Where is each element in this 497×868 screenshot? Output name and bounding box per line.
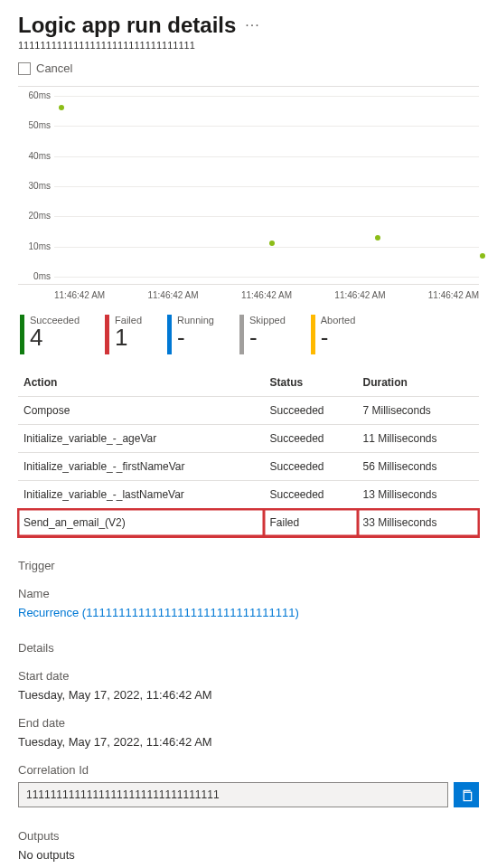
chart-point bbox=[59, 105, 64, 110]
start-date-value: Tuesday, May 17, 2022, 11:46:42 AM bbox=[18, 688, 479, 702]
status-value: - bbox=[321, 324, 356, 352]
correlation-id-input[interactable] bbox=[18, 782, 448, 807]
chart-x-axis: 11:46:42 AM11:46:42 AM11:46:42 AM11:46:4… bbox=[18, 285, 479, 300]
status-bar bbox=[20, 315, 24, 354]
col-action[interactable]: Action bbox=[18, 369, 264, 397]
table-row[interactable]: Send_an_email_(V2)Failed33 Milliseconds bbox=[18, 509, 479, 537]
table-row[interactable]: Initialize_variable_-_ageVarSucceeded11 … bbox=[18, 425, 479, 453]
cancel-label: Cancel bbox=[36, 61, 72, 75]
cell-duration: 33 Milliseconds bbox=[358, 509, 480, 537]
chart-y-tick: 30ms bbox=[18, 181, 51, 191]
status-bar bbox=[167, 315, 172, 354]
trigger-name-link[interactable]: Recurrence (1111111111111111111111111111… bbox=[18, 606, 479, 619]
copy-button[interactable] bbox=[454, 782, 479, 807]
start-date-label: Start date bbox=[18, 669, 479, 683]
table-row[interactable]: ComposeSucceeded7 Milliseconds bbox=[18, 397, 479, 425]
cell-status: Succeeded bbox=[264, 397, 357, 425]
cell-action: Initialize_variable_-_ageVar bbox=[18, 425, 264, 453]
chart-x-tick: 11:46:42 AM bbox=[241, 290, 292, 300]
chart-gridline: 60ms bbox=[54, 96, 479, 97]
status-card-failed[interactable]: Failed1 bbox=[105, 315, 142, 354]
cell-action: Send_an_email_(V2) bbox=[18, 509, 264, 537]
status-bar bbox=[105, 315, 109, 354]
actions-table: Action Status Duration ComposeSucceeded7… bbox=[18, 369, 479, 537]
chart-gridline: 30ms bbox=[54, 186, 479, 187]
chart-y-tick: 10ms bbox=[18, 241, 51, 251]
details-section-label: Details bbox=[18, 641, 479, 655]
chart-x-tick: 11:46:42 AM bbox=[147, 290, 198, 300]
cancel-checkbox[interactable] bbox=[18, 62, 31, 75]
end-date-label: End date bbox=[18, 716, 479, 730]
svg-rect-0 bbox=[464, 792, 471, 800]
trigger-section-label: Trigger bbox=[18, 559, 479, 572]
chart-point bbox=[480, 253, 485, 259]
outputs-empty: No outputs bbox=[18, 848, 479, 862]
status-bar bbox=[311, 315, 315, 354]
cell-status: Failed bbox=[264, 509, 357, 537]
chart-y-tick: 50ms bbox=[18, 120, 51, 130]
chart-x-tick: 11:46:42 AM bbox=[54, 290, 105, 300]
cell-duration: 13 Milliseconds bbox=[358, 481, 480, 509]
chart-x-tick: 11:46:42 AM bbox=[334, 290, 385, 300]
status-card-running[interactable]: Running- bbox=[167, 315, 214, 354]
trigger-name-label: Name bbox=[18, 587, 479, 600]
chart-point bbox=[375, 235, 380, 241]
status-card-succeeded[interactable]: Succeeded4 bbox=[20, 315, 80, 354]
page-title: Logic app run details bbox=[18, 13, 236, 38]
chart-y-tick: 40ms bbox=[18, 151, 51, 161]
end-date-value: Tuesday, May 17, 2022, 11:46:42 AM bbox=[18, 735, 479, 749]
chart-y-tick: 0ms bbox=[18, 271, 51, 281]
outputs-section-label: Outputs bbox=[18, 829, 479, 843]
duration-chart: 60ms50ms40ms30ms20ms10ms0ms bbox=[18, 86, 479, 285]
chart-gridline: 40ms bbox=[54, 156, 479, 157]
run-id: 11111111111111111111111111111111 bbox=[18, 40, 479, 51]
cell-status: Succeeded bbox=[264, 481, 357, 509]
chart-gridline: 10ms bbox=[54, 247, 479, 248]
status-summary: Succeeded4Failed1Running-Skipped-Aborted… bbox=[18, 315, 479, 354]
chart-gridline: 0ms bbox=[54, 277, 479, 278]
col-status[interactable]: Status bbox=[264, 369, 357, 397]
correlation-id-label: Correlation Id bbox=[18, 763, 479, 777]
cell-status: Succeeded bbox=[264, 453, 357, 481]
status-value: 1 bbox=[115, 324, 142, 352]
cell-action: Initialize_variable_-_firstNameVar bbox=[18, 453, 264, 481]
col-duration[interactable]: Duration bbox=[358, 369, 480, 397]
chart-x-tick: 11:46:42 AM bbox=[428, 290, 479, 300]
chart-y-tick: 20ms bbox=[18, 211, 51, 221]
table-row[interactable]: Initialize_variable_-_lastNameVarSucceed… bbox=[18, 481, 479, 509]
cell-status: Succeeded bbox=[264, 425, 357, 453]
cell-duration: 56 Milliseconds bbox=[358, 453, 480, 481]
command-bar: Cancel bbox=[18, 61, 479, 75]
status-value: 4 bbox=[30, 324, 80, 352]
cell-action: Compose bbox=[18, 397, 264, 425]
status-card-skipped[interactable]: Skipped- bbox=[239, 315, 286, 354]
chart-y-tick: 60ms bbox=[18, 90, 51, 100]
cell-action: Initialize_variable_-_lastNameVar bbox=[18, 481, 264, 509]
cell-duration: 11 Milliseconds bbox=[358, 425, 480, 453]
chart-gridline: 50ms bbox=[54, 126, 479, 127]
copy-icon bbox=[460, 788, 474, 802]
cell-duration: 7 Milliseconds bbox=[358, 397, 480, 425]
chart-gridline: 20ms bbox=[54, 216, 479, 217]
status-card-aborted[interactable]: Aborted- bbox=[311, 315, 356, 354]
status-value: - bbox=[177, 324, 214, 352]
more-actions-button[interactable]: ··· bbox=[245, 17, 259, 33]
table-row[interactable]: Initialize_variable_-_firstNameVarSuccee… bbox=[18, 453, 479, 481]
status-value: - bbox=[249, 324, 286, 352]
status-bar bbox=[239, 315, 244, 354]
chart-point bbox=[269, 241, 275, 246]
